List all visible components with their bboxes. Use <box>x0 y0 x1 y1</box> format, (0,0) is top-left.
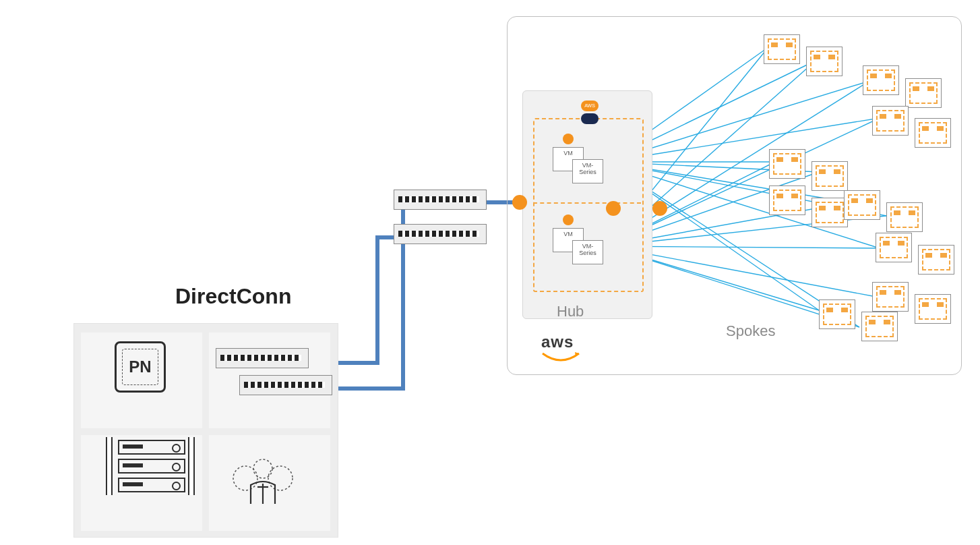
lock-cloud-icon <box>581 113 599 124</box>
spokes-label: Spokes <box>726 322 775 340</box>
users-icon <box>222 450 303 511</box>
spoke-vpc <box>918 245 954 275</box>
hub-dashed-zone <box>533 118 644 292</box>
server-icon <box>118 459 185 474</box>
aws-smile-icon <box>541 352 580 364</box>
spoke-vpc <box>872 106 909 136</box>
spoke-vpc <box>915 294 951 324</box>
network-switch-icon <box>394 224 487 244</box>
network-switch-icon <box>394 190 487 210</box>
spoke-vpc <box>811 198 848 227</box>
hub-label: Hub <box>557 303 584 320</box>
spoke-vpc <box>863 65 899 95</box>
rack-rail-icon <box>188 437 195 495</box>
network-switch-icon <box>239 375 332 395</box>
lock-icon <box>563 134 574 144</box>
vm-series-node: VM- Series <box>572 240 603 264</box>
spoke-vpc <box>915 118 951 148</box>
spoke-vpc <box>819 299 855 329</box>
direct-connect-icon <box>512 195 527 210</box>
hub-divider <box>533 202 641 204</box>
directconn-title: DirectConn <box>175 284 291 309</box>
lock-icon <box>563 214 574 225</box>
gateway-icon <box>652 201 667 216</box>
spoke-vpc <box>861 312 898 341</box>
aws-cloud-badge: AWS <box>581 101 599 111</box>
spoke-vpc <box>764 34 800 64</box>
server-icon <box>118 440 185 455</box>
spoke-vpc <box>886 202 923 232</box>
rack-rail-icon <box>106 437 113 495</box>
spoke-vpc <box>811 161 848 191</box>
svg-point-25 <box>253 459 272 478</box>
spoke-vpc <box>872 282 909 312</box>
server-icon <box>118 478 185 492</box>
panorama-label: PN <box>122 349 158 385</box>
spoke-vpc <box>769 185 805 215</box>
spoke-vpc <box>806 47 843 76</box>
load-balancer-icon <box>606 201 621 216</box>
spoke-vpc <box>876 233 912 262</box>
panorama-icon: PN <box>115 341 166 393</box>
aws-logo-text: aws <box>541 333 574 351</box>
network-switch-icon <box>216 348 309 368</box>
vm-series-node: VM- Series <box>572 159 603 183</box>
spoke-vpc <box>769 149 805 179</box>
spoke-vpc <box>905 78 942 108</box>
spoke-vpc <box>844 190 880 220</box>
